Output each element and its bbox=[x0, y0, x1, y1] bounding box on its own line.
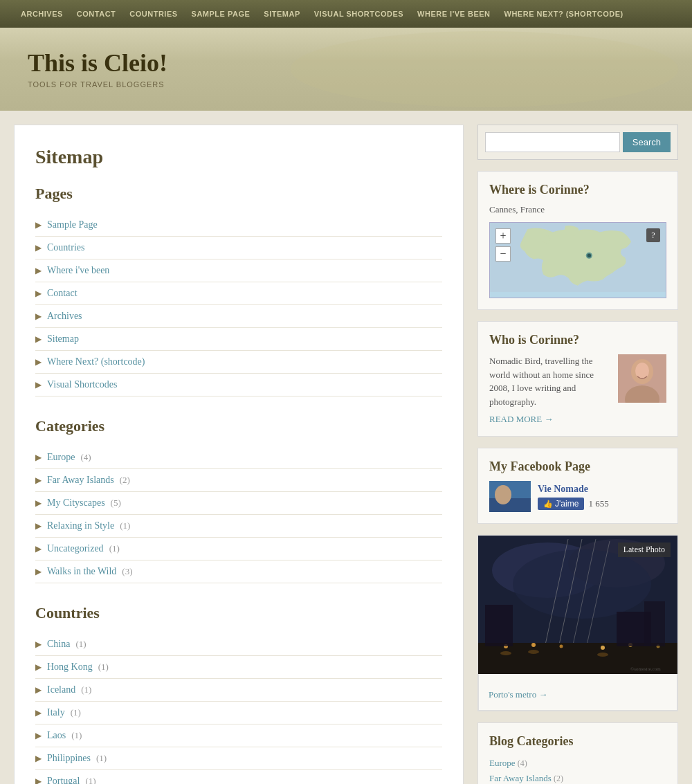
list-item: ▶Hong Kong (1) bbox=[35, 656, 442, 679]
nav-link[interactable]: ARCHIVES bbox=[14, 0, 70, 28]
content-wrapper: Sitemap Pages ▶Sample Page▶Countries▶Whe… bbox=[0, 111, 692, 784]
map-zoom-out-button[interactable]: − bbox=[495, 246, 511, 262]
sitemap-category-link[interactable]: Relaxing in Style bbox=[47, 520, 114, 531]
count-badge: (1) bbox=[85, 776, 95, 784]
nav-link[interactable]: SITEMAP bbox=[257, 0, 307, 28]
sitemap-country-link[interactable]: Laos bbox=[47, 730, 66, 741]
facebook-info: Vie Nomade J'aime 1 655 bbox=[538, 484, 609, 510]
svg-rect-30 bbox=[644, 601, 665, 646]
svg-rect-28 bbox=[485, 605, 513, 646]
list-item: ▶Laos (1) bbox=[35, 724, 442, 747]
nav-link[interactable]: WHERE NEXT? (SHORTCODE) bbox=[498, 0, 630, 28]
nav-item: VISUAL SHORTCODES bbox=[307, 0, 410, 28]
sitemap-category-link[interactable]: My Cityscapes bbox=[47, 498, 105, 509]
sitemap-category-link[interactable]: Far Away Islands bbox=[47, 475, 114, 486]
categories-heading: Categories bbox=[35, 417, 442, 435]
nav-item: WHERE NEXT? (SHORTCODE) bbox=[498, 0, 630, 28]
blog-categories-widget: Blog Categories Europe (4)Far Away Islan… bbox=[477, 722, 678, 784]
arrow-icon: ▶ bbox=[35, 380, 42, 390]
site-subtitle: TOOLS FOR TRAVEL BLOGGERS bbox=[28, 80, 664, 89]
map-help-button[interactable]: ? bbox=[646, 228, 660, 242]
count-badge: (1) bbox=[81, 684, 91, 695]
search-widget: Search bbox=[477, 125, 678, 160]
who-corinne-title: Who is Corinne? bbox=[489, 333, 666, 347]
facebook-count: 1 655 bbox=[588, 498, 608, 509]
categories-list: ▶Europe (4)▶Far Away Islands (2)▶My City… bbox=[35, 446, 442, 583]
nav-link[interactable]: COUNTRIES bbox=[122, 0, 184, 28]
sitemap-page-link[interactable]: Visual Shortcodes bbox=[47, 379, 117, 390]
list-item: ▶China (1) bbox=[35, 633, 442, 656]
sitemap-page-link[interactable]: Contact bbox=[47, 288, 78, 299]
nav-list: ARCHIVESCONTACTCOUNTRIESSAMPLE PAGESITEM… bbox=[0, 0, 692, 28]
sitemap-country-link[interactable]: Iceland bbox=[47, 684, 75, 695]
facebook-title: My Facebook Page bbox=[489, 459, 666, 474]
sitemap-category-link[interactable]: Europe bbox=[47, 452, 75, 463]
count-badge: (1) bbox=[120, 520, 130, 531]
list-item: ▶Far Away Islands (2) bbox=[35, 469, 442, 492]
sidebar: Search Where is Corinne? Cannes, France bbox=[477, 125, 678, 784]
nav-item: SITEMAP bbox=[257, 0, 307, 28]
blog-category-link[interactable]: Europe (4) bbox=[489, 758, 527, 768]
search-button[interactable]: Search bbox=[623, 132, 671, 152]
map-zoom-in-button[interactable]: + bbox=[495, 228, 511, 244]
site-title: This is Cleio! bbox=[28, 48, 664, 78]
facebook-thumbnail bbox=[489, 481, 531, 512]
arrow-icon: ▶ bbox=[35, 266, 42, 276]
read-more-link[interactable]: READ MORE → bbox=[489, 414, 666, 425]
arrow-icon: ▶ bbox=[35, 521, 42, 531]
who-corinne-widget: Who is Corinne? Nomadic Bird, travelling… bbox=[477, 321, 678, 437]
blog-category-link[interactable]: Far Away Islands (2) bbox=[489, 773, 563, 783]
sitemap-page-link[interactable]: Archives bbox=[47, 311, 82, 322]
nav-link[interactable]: WHERE I'VE BEEN bbox=[410, 0, 497, 28]
nav-item: COUNTRIES bbox=[122, 0, 184, 28]
nav-item: SAMPLE PAGE bbox=[185, 0, 257, 28]
count-badge: (1) bbox=[98, 662, 109, 673]
countries-heading: Countries bbox=[35, 604, 442, 622]
top-navigation: ARCHIVESCONTACTCOUNTRIESSAMPLE PAGESITEM… bbox=[0, 0, 692, 28]
svg-point-27 bbox=[597, 653, 608, 657]
search-input[interactable] bbox=[485, 132, 620, 152]
sitemap-country-link[interactable]: Hong Kong bbox=[47, 662, 93, 673]
facebook-like-button[interactable]: J'aime bbox=[538, 498, 584, 510]
svg-point-21 bbox=[560, 645, 563, 648]
arrow-icon: ▶ bbox=[35, 662, 42, 673]
sitemap-page-link[interactable]: Where Next? (shortcode) bbox=[47, 356, 145, 367]
nav-link[interactable]: VISUAL SHORTCODES bbox=[307, 0, 410, 28]
count-badge: (1) bbox=[96, 753, 107, 764]
list-item: ▶Philippines (1) bbox=[35, 747, 442, 770]
sitemap-page-link[interactable]: Sitemap bbox=[47, 334, 79, 345]
list-item: Europe (4) bbox=[489, 756, 666, 771]
location-text: Cannes, France bbox=[489, 204, 666, 215]
arrow-icon: ▶ bbox=[35, 289, 42, 299]
list-item: ▶Countries bbox=[35, 237, 442, 259]
count-badge: (2) bbox=[120, 475, 130, 486]
sitemap-page-link[interactable]: Sample Page bbox=[47, 219, 98, 230]
sitemap-country-link[interactable]: Philippines bbox=[47, 753, 91, 764]
sitemap-category-link[interactable]: Uncategorized bbox=[47, 543, 104, 554]
map-svg bbox=[490, 223, 666, 292]
sitemap-category-link[interactable]: Walks in the Wild bbox=[47, 566, 116, 577]
facebook-widget: My Facebook Page Vie Nomade J'aime 1 655 bbox=[477, 448, 678, 524]
sitemap-page-link[interactable]: Where i've been bbox=[47, 265, 109, 276]
facebook-like-row: J'aime 1 655 bbox=[538, 498, 609, 510]
arrow-icon: ▶ bbox=[35, 567, 42, 577]
latest-photo-link[interactable]: Porto's metro → bbox=[489, 686, 667, 703]
sitemap-country-link[interactable]: China bbox=[47, 639, 70, 650]
svg-point-22 bbox=[601, 646, 605, 650]
count-badge: (4) bbox=[518, 758, 527, 768]
svg-point-26 bbox=[528, 650, 539, 654]
who-corinne-content: Nomadic Bird, travelling the world witho… bbox=[489, 354, 666, 408]
list-item: ▶Sample Page bbox=[35, 214, 442, 237]
sitemap-country-link[interactable]: Portugal bbox=[47, 776, 80, 784]
list-item: ▶Where Next? (shortcode) bbox=[35, 351, 442, 374]
list-item: ▶Sitemap bbox=[35, 328, 442, 351]
arrow-icon: ▶ bbox=[35, 475, 42, 486]
sitemap-country-link[interactable]: Italy bbox=[47, 707, 65, 718]
facebook-page-name[interactable]: Vie Nomade bbox=[538, 484, 609, 495]
map-container: + − ? bbox=[489, 222, 666, 298]
list-item: ▶Uncategorized (1) bbox=[35, 538, 442, 560]
svg-point-13 bbox=[513, 549, 651, 619]
nav-link[interactable]: SAMPLE PAGE bbox=[185, 0, 257, 28]
nav-link[interactable]: CONTACT bbox=[70, 0, 122, 28]
sitemap-page-link[interactable]: Countries bbox=[47, 242, 84, 253]
